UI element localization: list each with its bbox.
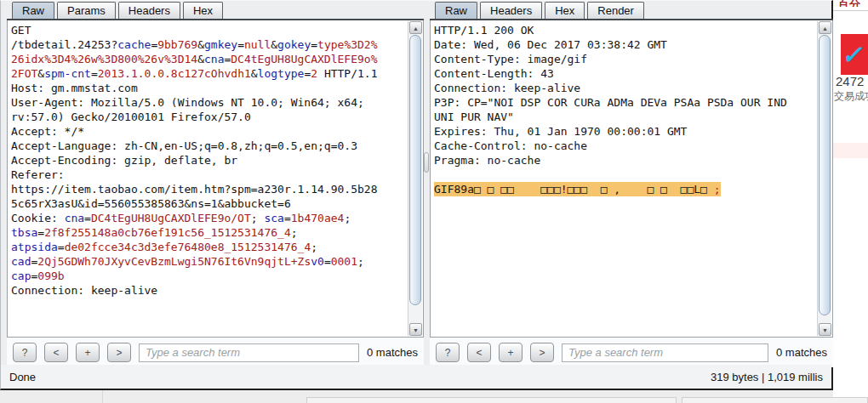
- background-pink-band: [833, 143, 868, 158]
- scroll-up-button[interactable]: ▲: [409, 21, 422, 34]
- tab-params[interactable]: Params: [57, 2, 116, 19]
- background-box: [682, 397, 868, 403]
- http-line: tbsa=2f8f255148a0cb76ef191c56_1512531476…: [11, 225, 407, 240]
- search-next-button[interactable]: >: [107, 343, 131, 362]
- search-help-button[interactable]: ?: [436, 343, 460, 362]
- tab-headers[interactable]: Headers: [480, 2, 542, 19]
- http-line: cad=2Qj5GDWh70JXyvCevBzmLwgi5N76It6Vn9qj…: [11, 254, 407, 269]
- tab-raw[interactable]: Raw: [12, 2, 54, 19]
- background-number: 2472: [836, 74, 864, 88]
- match-count: 0 matches: [367, 346, 418, 359]
- http-line: 26idx%3D4%26w%3D800%26v%3D14&cna=DC4tEgU…: [11, 52, 407, 66]
- http-line: cap=099b: [11, 269, 407, 283]
- request-editor[interactable]: GET/tbdetail.24253?cache=9bb769&gmkey=nu…: [7, 20, 424, 338]
- http-line: Pragma: no-cache: [434, 153, 816, 167]
- search-help-button[interactable]: ?: [13, 343, 37, 362]
- scroll-up-button[interactable]: ▲: [819, 21, 831, 34]
- search-input[interactable]: [562, 343, 768, 362]
- search-add-button[interactable]: +: [76, 343, 100, 362]
- pane-splitter[interactable]: [424, 1, 430, 367]
- http-line: Cache-Control: no-cache: [434, 139, 816, 153]
- scrollbar-thumb[interactable]: [409, 35, 421, 305]
- status-metrics: 319 bytes | 1,019 millis: [711, 371, 823, 383]
- http-line: Cookie: cna=DC4tEgUH8UgCAXDlEFE9o/OT; sc…: [11, 211, 407, 225]
- http-line: Host: gm.mmstat.com: [11, 81, 407, 95]
- scroll-down-button[interactable]: ▼: [819, 323, 831, 336]
- splitter-handle[interactable]: [424, 152, 429, 173]
- scroll-down-button[interactable]: ▼: [409, 323, 422, 336]
- http-line: User-Agent: Mozilla/5.0 (Windows NT 10.0…: [11, 95, 407, 110]
- transaction-success-label: 交易成功: [834, 89, 868, 104]
- tab-hex[interactable]: Hex: [545, 2, 585, 19]
- http-line: Referer:: [11, 167, 407, 182]
- background-box: [306, 397, 677, 403]
- http-line: GET: [11, 23, 407, 37]
- http-line: Connection: keep-alive: [434, 81, 816, 95]
- response-tab-bar: RawHeadersHexRender: [430, 1, 833, 20]
- request-search-bar: ? < + > 0 matches: [7, 338, 424, 367]
- http-line: HTTP/1.1 200 OK: [434, 23, 816, 37]
- response-search-bar: ? < + > 0 matches: [430, 338, 833, 367]
- http-line: Connection: keep-alive: [11, 283, 407, 298]
- tab-render[interactable]: Render: [587, 2, 644, 19]
- http-line: https://item.taobao.com/item.htm?spm=a23…: [11, 182, 407, 196]
- background-window-sliver: 百分 ✓ 2472 交易成功: [833, 0, 868, 403]
- background-partial-text: 百分: [838, 0, 860, 7]
- promo-red-square: ✓: [841, 34, 868, 75]
- http-line: Content-Length: 43: [434, 66, 816, 81]
- tab-headers[interactable]: Headers: [118, 2, 180, 19]
- http-line: Accept-Language: zh-CN,en-US;q=0.8,zh;q=…: [11, 139, 407, 153]
- http-line: UNI PUR NAV": [434, 110, 816, 124]
- http-line: Accept: */*: [11, 124, 407, 139]
- http-line: Expires: Thu, 01 Jan 1970 00:00:01 GMT: [434, 124, 816, 139]
- search-prev-button[interactable]: <: [44, 343, 68, 362]
- request-tab-bar: RawParamsHeadersHex: [7, 1, 424, 20]
- http-line: Content-Type: image/gif: [434, 52, 816, 66]
- request-pane: RawParamsHeadersHex GET/tbdetail.24253?c…: [7, 1, 424, 367]
- http-line: 5c65rX3asU&id=556055385863&ns=1&abbucket…: [11, 196, 407, 211]
- request-raw-text[interactable]: GET/tbdetail.24253?cache=9bb769&gmkey=nu…: [11, 23, 407, 335]
- background-divider-line: [833, 10, 868, 11]
- http-line: rv:57.0) Gecko/20100101 Firefox/57.0: [11, 110, 407, 124]
- checkmark-swoosh-icon: ✓: [841, 40, 868, 70]
- scrollbar-thumb[interactable]: [819, 35, 831, 315]
- response-pane: RawHeadersHexRender HTTP/1.1 200 OKDate:…: [430, 1, 833, 367]
- search-input[interactable]: [139, 343, 359, 362]
- response-raw-text[interactable]: HTTP/1.1 200 OKDate: Wed, 06 Dec 2017 03…: [434, 23, 816, 335]
- search-add-button[interactable]: +: [499, 343, 523, 362]
- tab-raw[interactable]: Raw: [435, 2, 477, 19]
- search-next-button[interactable]: >: [530, 343, 554, 362]
- tab-hex[interactable]: Hex: [183, 2, 223, 19]
- http-line: 2FOT&spm-cnt=2013.1.0.0.8c127cOhvdh1&log…: [11, 66, 407, 81]
- search-prev-button[interactable]: <: [467, 343, 491, 362]
- response-scrollbar[interactable]: ▲ ▼: [817, 21, 831, 336]
- match-count: 0 matches: [776, 346, 827, 359]
- http-line: [434, 167, 816, 182]
- http-line: P3P: CP="NOI DSP COR CURa ADMa DEVa PSAa…: [434, 95, 816, 110]
- http-line: atpsida=de02fcce34c3d3efe76480e8_1512531…: [11, 240, 407, 254]
- status-bar: Done 319 bytes | 1,019 millis: [1, 365, 831, 389]
- status-done: Done: [9, 371, 36, 383]
- background-vertical-line: [102, 390, 103, 403]
- background-bottom-strip: [0, 390, 833, 403]
- response-editor[interactable]: HTTP/1.1 200 OKDate: Wed, 06 Dec 2017 03…: [430, 20, 833, 338]
- burp-message-editor-window: RawParamsHeadersHex GET/tbdetail.24253?c…: [0, 0, 833, 390]
- http-line: Date: Wed, 06 Dec 2017 03:38:42 GMT: [434, 37, 816, 52]
- http-line: /tbdetail.24253?cache=9bb769&gmkey=null&…: [11, 37, 407, 52]
- request-scrollbar[interactable]: ▲ ▼: [408, 21, 422, 336]
- http-line: GIF89a□ □ □□ □□□!□□□ □ , □ □ □□L□ ;: [434, 182, 721, 196]
- http-line: Accept-Encoding: gzip, deflate, br: [11, 153, 407, 167]
